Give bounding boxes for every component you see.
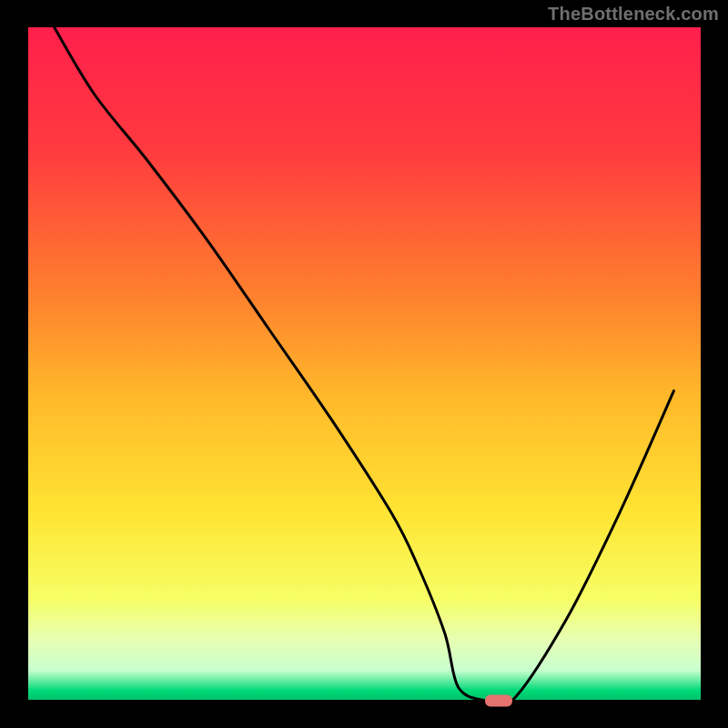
chart-stage: TheBottleneck.com [0, 0, 728, 728]
plot-background [27, 27, 701, 701]
optimal-marker [485, 695, 512, 707]
bottleneck-chart [0, 0, 728, 728]
